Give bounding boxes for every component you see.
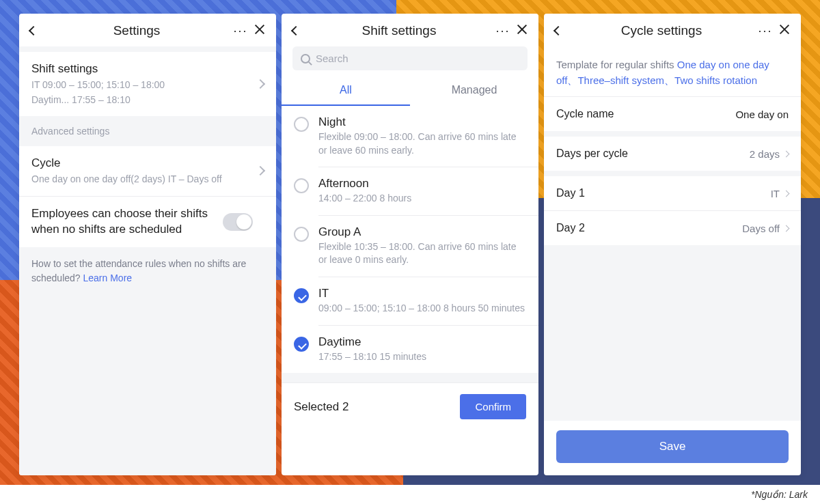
day-value: IT (771, 188, 780, 199)
shift-settings-line: IT 09:00 – 15:00; 15:10 – 18:00 (31, 79, 257, 92)
shift-settings-line: Daytim... 17:55 – 18:10 (31, 94, 257, 107)
radio-icon[interactable] (294, 178, 309, 193)
day-value: Days off (742, 223, 780, 234)
cycle-sub: One day on one day off(2 days) IT – Days… (31, 173, 257, 186)
shift-name: Night (318, 115, 526, 129)
search-icon (301, 54, 310, 64)
shift-name: Afternoon (318, 177, 526, 191)
source-footer: *Nguồn: Lark (751, 489, 808, 500)
shift-desc: Flexible 09:00 – 18:00. Can arrive 60 mi… (318, 130, 526, 157)
day1-row[interactable]: Day 1 IT (544, 176, 801, 210)
employee-choose-row: Employees can choose their shifts when n… (19, 197, 276, 247)
day-label: Day 1 (556, 187, 771, 199)
cycle-name-row[interactable]: Cycle name One day on (544, 97, 801, 131)
days-per-cycle-row[interactable]: Days per cycle 2 days (544, 137, 801, 171)
info-box: How to set the attendance rules when no … (19, 247, 276, 295)
close-button[interactable] (512, 24, 528, 38)
chevron-right-icon (783, 150, 790, 157)
search-placeholder: Search (316, 53, 348, 64)
chevron-right-icon (256, 79, 265, 89)
cycle-row[interactable]: Cycle One day on one day off(2 days) IT … (19, 146, 276, 196)
shift-settings-row[interactable]: Shift settings IT 09:00 – 15:00; 15:10 –… (19, 52, 276, 116)
shift-list: NightFlexible 09:00 – 18:00. Can arrive … (282, 106, 538, 373)
info-text: How to set the attendance rules when no … (31, 258, 246, 283)
close-icon (779, 24, 790, 35)
radio-icon[interactable] (294, 117, 309, 132)
shift-name: Daytime (318, 335, 526, 349)
shift-row[interactable]: Daytime17:55 – 18:10 15 minutes (282, 326, 538, 374)
shift-desc: 14:00 – 22:00 8 hours (318, 192, 526, 206)
radio-icon[interactable] (294, 227, 309, 242)
shift-desc: 17:55 – 18:10 15 minutes (318, 350, 526, 364)
chevron-left-icon (291, 26, 301, 36)
back-button[interactable] (555, 25, 567, 37)
close-button[interactable] (250, 24, 265, 38)
chevron-left-icon (29, 26, 38, 36)
confirm-button[interactable]: Confirm (460, 394, 526, 419)
template-prefix: Template for regular shifts (556, 59, 677, 70)
shift-row[interactable]: Group AFlexible 10:35 – 18:00. Can arriv… (282, 216, 538, 277)
chevron-left-icon (554, 26, 563, 36)
selected-count: Selected 2 (294, 400, 460, 414)
more-button[interactable]: ··· (756, 24, 775, 38)
panel-title: Settings (42, 23, 231, 38)
shift-name: Group A (318, 225, 526, 239)
more-button[interactable]: ··· (493, 24, 512, 38)
cycle-label: Cycle (31, 156, 257, 171)
checkmark-icon[interactable] (294, 337, 309, 352)
cycle-name-label: Cycle name (556, 108, 735, 120)
shift-desc: Flexible 10:35 – 18:00. Can arrive 60 mi… (318, 240, 526, 267)
chevron-right-icon (783, 190, 790, 197)
back-button[interactable] (30, 25, 42, 37)
tab-managed[interactable]: Managed (410, 77, 538, 106)
panel-title: Cycle settings (567, 23, 756, 38)
shift-settings-label: Shift settings (31, 61, 257, 77)
tab-all[interactable]: All (282, 77, 410, 106)
shift-row[interactable]: IT09:00 – 15:00; 15:10 – 18:00 8 hours 5… (282, 277, 538, 325)
shift-desc: 09:00 – 15:00; 15:10 – 18:00 8 hours 50 … (318, 302, 526, 316)
day2-row[interactable]: Day 2 Days off (544, 211, 801, 245)
panel-title: Shift settings (305, 23, 493, 38)
checkmark-icon[interactable] (294, 288, 309, 303)
learn-more-link[interactable]: Learn More (83, 272, 133, 283)
advanced-settings-header: Advanced settings (19, 116, 276, 146)
shift-row[interactable]: Afternoon14:00 – 22:00 8 hours (282, 167, 538, 215)
close-icon (517, 24, 528, 35)
employee-choose-label: Employees can choose their shifts when n… (31, 206, 223, 238)
shift-row[interactable]: NightFlexible 09:00 – 18:00. Can arrive … (282, 106, 538, 167)
close-button[interactable] (775, 24, 790, 38)
day-label: Day 2 (556, 222, 742, 234)
chevron-right-icon (783, 225, 790, 232)
employee-choose-toggle[interactable] (223, 213, 253, 231)
cycle-name-value: One day on (735, 109, 789, 120)
close-icon (254, 24, 265, 35)
shift-name: IT (318, 287, 526, 300)
more-button[interactable]: ··· (231, 24, 250, 38)
back-button[interactable] (292, 25, 305, 37)
days-per-cycle-label: Days per cycle (556, 148, 750, 160)
days-per-cycle-value: 2 days (750, 148, 780, 160)
template-note: Template for regular shifts One day on o… (544, 46, 801, 96)
search-input[interactable]: Search (292, 46, 528, 70)
save-button[interactable]: Save (556, 430, 789, 463)
chevron-right-icon (256, 166, 265, 176)
shift-settings-panel: Shift settings ··· Search All Managed Ni… (282, 14, 538, 475)
settings-panel: Settings ··· Shift settings IT 09:00 – 1… (19, 14, 276, 475)
cycle-settings-panel: Cycle settings ··· Template for regular … (544, 14, 801, 475)
